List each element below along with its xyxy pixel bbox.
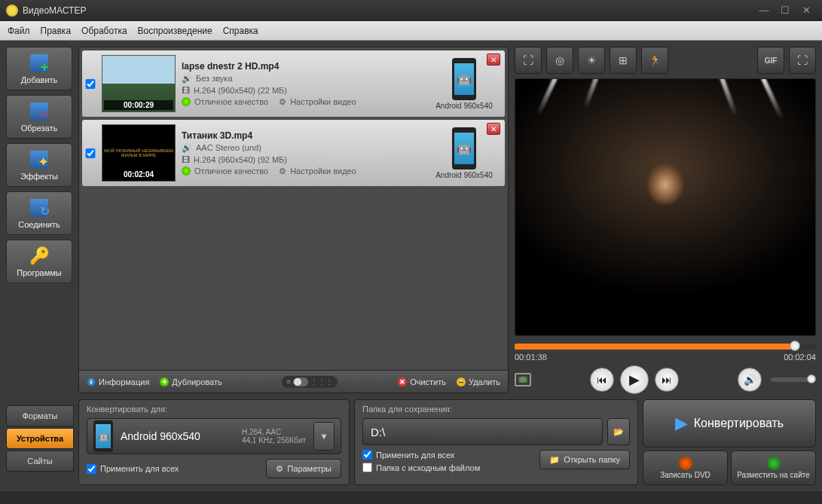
tab-devices[interactable]: Устройства — [6, 428, 74, 449]
format-tabs: Форматы Устройства Сайты — [6, 399, 74, 485]
join-button[interactable]: ↻ Соединить — [6, 191, 72, 235]
fullscreen-button[interactable]: ⛶ — [789, 47, 816, 74]
item-settings-button[interactable]: ⚙Настройки видео — [279, 166, 356, 176]
save-folder-panel: Папка для сохранения: D:\ 📂 Применить дл… — [354, 399, 638, 485]
gear-icon: ⚙ — [279, 97, 286, 107]
add-button[interactable]: + Добавить — [6, 47, 72, 90]
gif-label: GIF — [765, 57, 778, 65]
open-folder-button[interactable]: 📁Открыть папку — [539, 450, 630, 469]
menu-edit[interactable]: Правка — [41, 26, 72, 36]
seek-thumb[interactable] — [790, 341, 800, 351]
convert-profile-panel: Конвертировать для: 🤖 Android 960x540 H.… — [78, 399, 350, 485]
browse-folder-button[interactable]: 📂 — [607, 418, 630, 445]
play-button[interactable]: ▶ — [620, 365, 649, 394]
speaker-icon: 🔊 — [182, 74, 192, 84]
convert-for-label: Конвертировать для: — [87, 405, 341, 414]
profile-dropdown-button[interactable]: ▼ — [313, 422, 335, 451]
profile-picker[interactable]: 🤖 Android 960x540 H.264, AAC 44,1 KHz, 2… — [87, 418, 341, 454]
speed-tool-button[interactable]: 🏃 — [641, 47, 668, 74]
device-label: Android 960x540 — [435, 171, 493, 179]
effects-button[interactable]: ✦ Эффекты — [6, 143, 72, 187]
upload-label: Разместить на сайте — [737, 471, 810, 479]
folder-open-icon: 📂 — [613, 427, 624, 437]
film-add-icon: + — [27, 53, 51, 74]
prev-button[interactable]: ⏮ — [590, 368, 614, 392]
clear-icon: ✕ — [398, 377, 407, 386]
film-icon: 🎞 — [182, 155, 190, 164]
duration-label: 00:02:04 — [104, 170, 173, 179]
thumbnail: 00:00:29 — [102, 55, 176, 112]
remove-item-button[interactable]: ✕ — [487, 53, 500, 66]
globe-icon — [767, 457, 781, 470]
titlebar: ВидеоМАСТЕР — ☐ ✕ — [0, 0, 822, 21]
apps-button[interactable]: 🔑 Программы — [6, 240, 72, 283]
item-title: lapse dnestr 2 HD.mp4 — [182, 61, 420, 72]
close-button[interactable]: ✕ — [796, 4, 816, 17]
volume-button[interactable]: 🔊 — [738, 368, 762, 392]
burn-dvd-label: Записать DVD — [660, 471, 710, 479]
seek-bar[interactable] — [515, 344, 816, 350]
current-time: 00:01:38 — [515, 353, 547, 362]
view-toggle[interactable]: ≡⋮⋮⋮ — [282, 376, 338, 388]
cut-button[interactable]: ✂ Обрезать — [6, 95, 72, 139]
item-audio: 🔊Без звука — [182, 74, 420, 84]
item-checkbox[interactable] — [85, 148, 96, 158]
delete-button[interactable]: –Удалить — [457, 377, 500, 386]
duplicate-button[interactable]: +Дублировать — [160, 377, 222, 386]
tab-formats[interactable]: Форматы — [6, 405, 74, 426]
text-tool-button[interactable]: ⊞ — [610, 47, 637, 74]
grid-view-icon: ⋮⋮⋮ — [310, 377, 333, 386]
upload-button[interactable]: Разместить на сайте — [731, 451, 816, 485]
list-item[interactable]: 00:00:29 lapse dnestr 2 HD.mp4 🔊Без звук… — [82, 50, 505, 117]
item-audio: 🔊AAC Stereo (und) — [182, 143, 420, 153]
film-icon: 🎞 — [182, 86, 190, 95]
video-preview[interactable] — [515, 78, 816, 336]
item-quality: Отличное качество — [182, 97, 268, 106]
fullscreen-icon: ⛶ — [797, 54, 808, 66]
dvd-icon — [679, 457, 692, 470]
folder-path-input[interactable]: D:\ — [362, 418, 603, 445]
info-button[interactable]: iИнформация — [87, 377, 149, 386]
clear-button[interactable]: ✕Очистить — [398, 377, 446, 386]
item-checkbox[interactable] — [85, 79, 96, 89]
maximize-button[interactable]: ☐ — [775, 4, 795, 17]
total-time: 00:02:04 — [784, 353, 816, 362]
menu-playback[interactable]: Воспроизведение — [138, 26, 212, 36]
remove-item-button[interactable]: ✕ — [487, 123, 500, 135]
snapshot-button[interactable] — [515, 373, 531, 386]
runner-icon: 🏃 — [649, 54, 662, 66]
minimize-button[interactable]: — — [754, 4, 774, 17]
quality-dot-icon — [182, 166, 191, 176]
list-item[interactable]: МОЙ ЛЮБИМЫЙ НЕЗАБЫВАЕМФИЛЬМ В МИРЕ 00:02… — [82, 120, 505, 186]
volume-slider[interactable] — [771, 377, 816, 382]
tab-sites[interactable]: Сайты — [6, 451, 74, 472]
thumbnail: МОЙ ЛЮБИМЫЙ НЕЗАБЫВАЕМФИЛЬМ В МИРЕ 00:02… — [102, 124, 176, 182]
app-logo-icon — [6, 5, 18, 17]
crop-tool-button[interactable]: ⛶ — [515, 47, 542, 74]
device-icon: 🤖 — [93, 420, 113, 452]
film-join-icon: ↻ — [27, 197, 51, 218]
apply-all-folder-checkbox[interactable]: Применить для всех — [362, 450, 480, 460]
gif-button[interactable]: GIF — [757, 47, 784, 74]
text-icon: ⊞ — [619, 54, 628, 66]
speaker-icon: 🔊 — [182, 143, 192, 153]
speaker-icon: 🔊 — [744, 374, 756, 386]
source-folder-checkbox[interactable]: Папка с исходным файлом — [362, 463, 480, 472]
device-icon: 🤖 — [452, 127, 476, 170]
brightness-tool-button[interactable]: ☀ — [578, 47, 605, 74]
convert-button[interactable]: ▶ Конвертировать — [643, 399, 816, 447]
item-video: 🎞H.264 (960x540) (92 МБ) — [182, 155, 420, 164]
item-settings-button[interactable]: ⚙Настройки видео — [279, 97, 356, 107]
action-buttons: ▶ Конвертировать Записать DVD Разместить… — [643, 399, 816, 485]
burn-dvd-button[interactable]: Записать DVD — [643, 451, 728, 485]
add-label: Добавить — [21, 75, 58, 84]
params-button[interactable]: ⚙Параметры — [266, 459, 341, 478]
next-button[interactable]: ⏭ — [655, 368, 679, 392]
enhance-tool-button[interactable]: ◎ — [546, 47, 573, 74]
profile-bitrate: 44,1 KHz, 256Кбит — [242, 436, 306, 444]
apply-all-checkbox[interactable]: Применить для всех — [87, 464, 179, 474]
menu-file[interactable]: Файл — [8, 26, 30, 36]
menu-process[interactable]: Обработка — [81, 26, 127, 36]
gear-icon: ⚙ — [279, 166, 286, 176]
menu-help[interactable]: Справка — [223, 26, 258, 36]
